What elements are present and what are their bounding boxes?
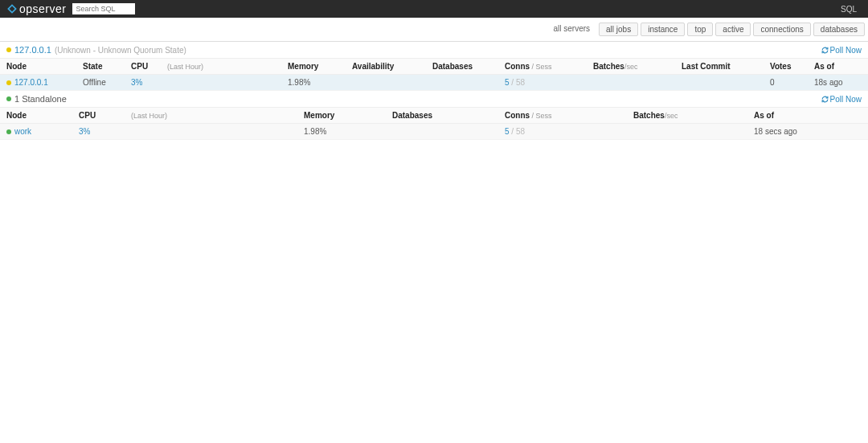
refresh-icon bbox=[821, 96, 829, 103]
col-asof: As of bbox=[808, 59, 868, 75]
cell-cpu-spark bbox=[125, 124, 297, 140]
logo-text: opserver bbox=[19, 2, 66, 15]
col-databases: Databases bbox=[426, 59, 498, 75]
cluster-name: 1 Standalone bbox=[14, 94, 67, 104]
cell-last-commit bbox=[675, 75, 764, 91]
tab-all-servers[interactable]: all servers bbox=[547, 23, 596, 36]
col-cpu: CPU bbox=[125, 59, 161, 75]
col-votes: Votes bbox=[764, 59, 808, 75]
col-node: Node bbox=[0, 59, 76, 75]
cluster-name-link[interactable]: 127.0.0.1 bbox=[14, 45, 51, 55]
tab-active[interactable]: active bbox=[715, 23, 751, 36]
cell-cpu: 3% bbox=[125, 75, 161, 91]
table-header-row: Node State CPU (Last Hour) Memory Availa… bbox=[0, 59, 868, 75]
refresh-icon bbox=[821, 47, 829, 54]
cell-memory: 1.98% bbox=[281, 75, 346, 91]
opserver-logo-icon bbox=[6, 3, 18, 14]
col-cpu-hint: (Last Hour) bbox=[125, 108, 297, 124]
cell-asof: 18s ago bbox=[808, 75, 868, 91]
col-memory: Memory bbox=[297, 108, 386, 124]
tab-instance[interactable]: instance bbox=[641, 23, 685, 36]
cell-databases bbox=[426, 75, 498, 91]
cell-batches bbox=[627, 124, 747, 140]
poll-now-button[interactable]: Poll Now bbox=[821, 46, 862, 55]
cell-conns: 5 / 58 bbox=[498, 75, 587, 91]
status-dot-ok bbox=[6, 129, 11, 134]
cell-databases bbox=[386, 124, 498, 140]
col-state: State bbox=[76, 59, 125, 75]
nav-link-sql[interactable]: SQL bbox=[836, 5, 862, 14]
col-databases: Databases bbox=[386, 108, 498, 124]
top-nav: opserver SQL bbox=[0, 0, 868, 18]
tab-top[interactable]: top bbox=[687, 23, 713, 36]
col-memory: Memory bbox=[281, 59, 346, 75]
col-cpu-hint: (Last Hour) bbox=[161, 59, 281, 75]
cell-node[interactable]: 127.0.0.1 bbox=[0, 75, 76, 91]
col-batches: Batches/sec bbox=[627, 108, 747, 124]
cluster-header-127: 127.0.0.1 (Unknown - Unknown Quorum Stat… bbox=[0, 42, 868, 59]
cluster-meta: (Unknown - Unknown Quorum State) bbox=[55, 46, 186, 55]
sub-nav: all servers all jobs instance top active… bbox=[0, 18, 868, 42]
tab-connections[interactable]: connections bbox=[753, 23, 810, 36]
table-row[interactable]: 127.0.0.1 Offline 3% 1.98% 5 / 58 0 18s … bbox=[0, 75, 868, 91]
col-conns: Conns / Sess bbox=[498, 108, 627, 124]
col-conns: Conns / Sess bbox=[498, 59, 587, 75]
col-cpu: CPU bbox=[72, 108, 125, 124]
cell-node[interactable]: work bbox=[0, 124, 72, 140]
col-asof: As of bbox=[747, 108, 868, 124]
tab-databases[interactable]: databases bbox=[813, 23, 865, 36]
cell-batches bbox=[587, 75, 675, 91]
cell-votes: 0 bbox=[764, 75, 808, 91]
col-availability: Availability bbox=[346, 59, 426, 75]
table-row[interactable]: work 3% 1.98% 5 / 58 18 secs ago bbox=[0, 124, 868, 140]
table-header-row: Node CPU (Last Hour) Memory Databases Co… bbox=[0, 108, 868, 124]
col-batches: Batches/sec bbox=[587, 59, 675, 75]
cell-cpu: 3% bbox=[72, 124, 125, 140]
status-dot-warning bbox=[6, 47, 11, 52]
cell-conns: 5 / 58 bbox=[498, 124, 627, 140]
search-input[interactable] bbox=[72, 3, 135, 14]
col-last-commit: Last Commit bbox=[675, 59, 764, 75]
cluster1-table: Node State CPU (Last Hour) Memory Availa… bbox=[0, 59, 868, 91]
cell-asof: 18 secs ago bbox=[747, 124, 868, 140]
poll-now-button[interactable]: Poll Now bbox=[821, 95, 862, 104]
cluster-header-standalone: 1 Standalone Poll Now bbox=[0, 91, 868, 108]
status-dot-ok bbox=[6, 96, 11, 101]
status-dot-warning bbox=[6, 80, 11, 85]
cell-availability bbox=[346, 75, 426, 91]
col-node: Node bbox=[0, 108, 72, 124]
tab-all-jobs[interactable]: all jobs bbox=[599, 23, 638, 36]
cell-state: Offline bbox=[76, 75, 125, 91]
cell-cpu-spark bbox=[161, 75, 281, 91]
logo[interactable]: opserver bbox=[6, 2, 66, 15]
cell-memory: 1.98% bbox=[297, 124, 386, 140]
cluster2-table: Node CPU (Last Hour) Memory Databases Co… bbox=[0, 108, 868, 140]
